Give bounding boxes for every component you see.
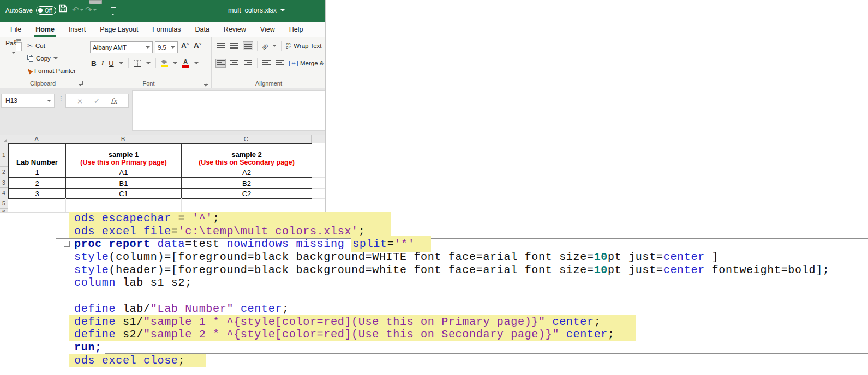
paste-dropdown-icon[interactable]: [11, 52, 16, 54]
formula-buttons: × ✓ fx: [65, 94, 129, 108]
copy-label: Copy: [36, 55, 51, 62]
column-header[interactable]: A: [8, 135, 65, 143]
bottom-align-button[interactable]: [243, 42, 253, 50]
enter-icon[interactable]: ✓: [94, 97, 100, 105]
code-line: run;: [74, 341, 830, 354]
align-right-button[interactable]: [243, 59, 253, 67]
row-header[interactable]: 4: [0, 188, 8, 198]
header-cell[interactable]: Lab Number: [9, 144, 66, 167]
tab-view[interactable]: View: [253, 22, 282, 37]
format-painter-button[interactable]: Format Painter: [27, 68, 76, 74]
redo-dropdown-icon[interactable]: [93, 9, 97, 11]
document-title[interactable]: mult_colors.xlsx: [228, 7, 285, 14]
scissors-icon: ✂: [27, 42, 33, 50]
tab-formulas[interactable]: Formulas: [145, 22, 188, 37]
paste-button[interactable]: Paste: [3, 40, 25, 79]
underline-dropdown-icon[interactable]: [119, 62, 123, 64]
tab-page-layout[interactable]: Page Layout: [93, 22, 145, 37]
font-size-combo[interactable]: 9.5: [155, 41, 178, 53]
orientation-button[interactable]: ab: [262, 41, 268, 51]
screenshot-root: AutoSave Off ↶ ↷ mult_colors.xlsx FileHo…: [0, 0, 868, 375]
autosave-toggle[interactable]: AutoSave Off: [5, 6, 56, 15]
code-line: ods excel file='c:\temp\mult_colors.xlsx…: [74, 225, 830, 238]
row-header[interactable]: 1: [0, 143, 8, 167]
cancel-icon[interactable]: ×: [77, 97, 83, 105]
merge-center-button[interactable]: ↔ Merge &: [289, 60, 324, 66]
tab-insert[interactable]: Insert: [62, 22, 93, 37]
increase-font-size-button[interactable]: A˄: [181, 41, 189, 50]
data-cell[interactable]: 3: [9, 189, 66, 199]
name-box[interactable]: H13: [1, 94, 55, 108]
font-color-button[interactable]: A: [182, 59, 189, 68]
column-header[interactable]: C: [181, 135, 312, 143]
alignment-group-label: Alignment: [212, 80, 326, 87]
increase-indent-button[interactable]: [276, 59, 285, 67]
bold-button[interactable]: B: [91, 59, 97, 68]
quick-access-customize-button[interactable]: [111, 7, 117, 19]
clipboard-dialog-launcher-icon[interactable]: [79, 81, 83, 85]
data-cell[interactable]: 1: [9, 167, 66, 178]
data-cell[interactable]: 2: [9, 178, 66, 189]
wrap-text-icon: abc↵: [286, 43, 291, 49]
borders-dropdown-icon[interactable]: [146, 62, 151, 64]
section-divider: [56, 238, 868, 239]
formula-bar-grip-icon: ⋮: [58, 95, 64, 102]
data-cell[interactable]: C2: [182, 189, 312, 199]
wrap-text-button[interactable]: abc↵ Wrap Text: [286, 43, 321, 49]
row-header[interactable]: 3: [0, 177, 8, 188]
code-line: ods escapechar = '^';: [74, 212, 830, 225]
fill-color-button[interactable]: [161, 60, 168, 67]
copy-button[interactable]: Copy: [27, 55, 58, 62]
font-color-dropdown-icon[interactable]: [194, 62, 199, 64]
name-box-dropdown-icon[interactable]: [44, 94, 54, 107]
highlight-block-ods-close: [69, 354, 206, 367]
italic-button[interactable]: I: [101, 59, 104, 68]
decrease-indent-button[interactable]: [262, 59, 271, 67]
code-line: column lab s1 s2;: [74, 276, 830, 289]
tab-home[interactable]: Home: [28, 22, 62, 37]
collapse-section-icon[interactable]: [64, 241, 70, 247]
insert-function-icon[interactable]: fx: [111, 97, 117, 105]
header-cell[interactable]: sample 1(Use this on Primary page): [66, 144, 182, 167]
tab-review[interactable]: Review: [217, 22, 253, 37]
data-cell[interactable]: A1: [66, 167, 182, 178]
title-dropdown-icon[interactable]: [280, 9, 285, 11]
clipboard-group: Paste ✂ Cut Copy Format Painter Clipboar…: [0, 37, 86, 88]
cut-button[interactable]: ✂ Cut: [27, 42, 45, 50]
column-header[interactable]: [312, 135, 326, 143]
decrease-font-size-button[interactable]: A˅: [194, 41, 201, 50]
align-center-button[interactable]: [230, 59, 239, 67]
column-header[interactable]: B: [65, 135, 181, 143]
orientation-dropdown-icon[interactable]: [272, 45, 277, 47]
tab-file[interactable]: File: [3, 22, 28, 37]
undo-dropdown-icon[interactable]: [80, 9, 83, 11]
data-cell[interactable]: B1: [66, 178, 182, 189]
align-left-button[interactable]: [216, 59, 225, 67]
row-header[interactable]: 5: [0, 198, 8, 209]
data-cell[interactable]: B2: [182, 178, 312, 189]
undo-button[interactable]: ↶: [72, 5, 83, 15]
font-name-combo[interactable]: Albany AMT: [90, 41, 153, 53]
underline-button[interactable]: U: [109, 59, 113, 68]
fill-color-dropdown-icon[interactable]: [173, 62, 177, 64]
copy-dropdown-icon[interactable]: [53, 57, 58, 59]
font-dialog-launcher-icon[interactable]: [204, 81, 208, 85]
screenshot-artifact: [89, 0, 102, 4]
top-align-button[interactable]: [216, 42, 225, 50]
tab-data[interactable]: Data: [188, 22, 216, 37]
excel-window: AutoSave Off ↶ ↷ mult_colors.xlsx FileHo…: [0, 0, 326, 213]
tab-help[interactable]: Help: [282, 22, 310, 37]
row-gutter: 123456: [0, 143, 8, 213]
middle-align-button[interactable]: [230, 42, 239, 50]
row-header[interactable]: 6: [0, 209, 8, 213]
font-color-a-icon: A: [183, 59, 188, 65]
borders-icon[interactable]: [134, 60, 141, 67]
row-header[interactable]: 2: [0, 167, 8, 177]
data-cell[interactable]: A2: [182, 167, 312, 178]
data-cell[interactable]: C1: [66, 189, 182, 199]
select-all-button[interactable]: [0, 135, 8, 143]
redo-button[interactable]: ↷: [85, 5, 97, 15]
formula-input[interactable]: [132, 90, 326, 131]
save-icon[interactable]: [59, 4, 67, 15]
header-cell[interactable]: sample 2(Use this on Secondary page): [182, 144, 312, 167]
